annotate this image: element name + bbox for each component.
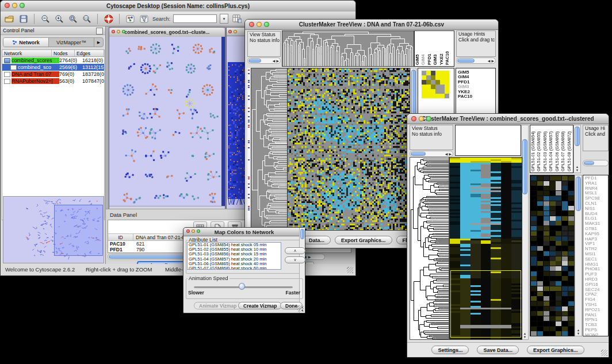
tv2-heatmap[interactable] [449, 157, 522, 340]
scroll-thumb[interactable] [457, 59, 475, 63]
scroll-arrows[interactable]: ▲▼ [574, 165, 580, 172]
network-row[interactable]: RNAPuberNov2+| 563(0) 107847(0) [2, 78, 104, 85]
network-overview-icon[interactable] [125, 14, 136, 24]
scroll-thumb[interactable] [575, 127, 580, 146]
resize-grip[interactable] [297, 305, 304, 312]
scroll-thumb[interactable] [248, 59, 261, 63]
attribute-list-scrollbar[interactable]: ▲▼ [299, 228, 305, 313]
close-button[interactable] [186, 229, 190, 233]
minimize-button[interactable] [12, 3, 17, 8]
network-row[interactable]: combined_sco 2569(6) 13112(15) [2, 64, 104, 71]
close-icon[interactable] [228, 30, 232, 33]
tv1-titlebar[interactable]: ClusterMaker TreeView : DNA and Tran 07-… [245, 20, 498, 30]
column-label[interactable]: GPL51-06 (GSM865) [554, 125, 561, 173]
zoom-button[interactable] [264, 22, 269, 27]
scroll-thumb[interactable] [411, 152, 426, 156]
scroll-thumb[interactable] [576, 177, 581, 211]
minimize-icon[interactable] [117, 30, 120, 33]
column-label[interactable]: PFD1 [427, 31, 433, 66]
tv1-heatmap[interactable] [287, 68, 410, 231]
search-dropdown-arrow[interactable]: ▼ [220, 14, 228, 24]
network-row[interactable]: DNA and Tran 07 769(0) 183728(0) [2, 71, 104, 78]
scroll-thumb[interactable] [300, 229, 304, 239]
resize-grip[interactable] [347, 267, 353, 273]
minimize-button[interactable] [419, 116, 424, 121]
column-label[interactable]: GPL51-03 (GSM856) [542, 125, 549, 173]
close-button[interactable] [5, 3, 10, 8]
tv1-button[interactable]: Data... [303, 236, 331, 244]
zoom-out-icon[interactable] [40, 14, 51, 24]
close-button[interactable] [249, 22, 254, 27]
tv1-status-scrollbar[interactable]: ◀▶ [247, 58, 281, 64]
scroll-arrows[interactable]: ◀▶ [488, 59, 494, 63]
attribute-list[interactable]: GPL51-01 (GSM854) heat shock 05 minGPL51… [187, 242, 281, 270]
filter-icon[interactable] [139, 14, 150, 24]
network-canvas[interactable] [109, 37, 225, 206]
zoom-icon[interactable] [122, 30, 125, 33]
network-vscrollbar[interactable] [221, 37, 225, 206]
column-label[interactable]: GIM4 [421, 31, 427, 66]
create-vizmap-button[interactable]: Create Vizmap [238, 302, 282, 309]
tv2-hints-scrollbar[interactable] [583, 160, 609, 166]
minimize-icon[interactable] [234, 30, 237, 33]
zoom-button[interactable] [197, 229, 200, 233]
slider-thumb[interactable] [239, 283, 245, 290]
scroll-arrows[interactable]: ◀▶ [445, 152, 452, 156]
minimize-button[interactable] [257, 22, 262, 27]
column-label[interactable]: GPL51-02 (GSM855) [537, 125, 543, 173]
column-label[interactable]: GPL51-08 (GSM872) [567, 125, 573, 173]
dialog-titlebar[interactable]: Map Colors to Network [183, 228, 305, 236]
tab-vizmapper[interactable]: VizMapper™ [49, 38, 94, 47]
zoom-button[interactable] [20, 3, 25, 8]
move-down-button[interactable]: ∨ [285, 256, 305, 263]
zoom-selected-icon[interactable] [67, 14, 78, 24]
move-up-button[interactable]: ∧ [285, 247, 305, 254]
column-label[interactable]: YKE2 [439, 31, 445, 66]
scroll-thumb[interactable] [522, 139, 527, 194]
col-network[interactable]: Network [2, 50, 52, 56]
resize-grip[interactable] [601, 350, 607, 356]
column-label[interactable]: GIM5 [415, 31, 421, 66]
dp-col-id[interactable]: ID [108, 234, 133, 240]
gene-label[interactable]: PAC10 [456, 94, 495, 99]
scroll-arrows[interactable]: ◀▶ [273, 59, 279, 63]
tv2-button[interactable]: Settings... [431, 346, 469, 354]
tv1-row-dendrogram[interactable] [251, 68, 288, 231]
tv1-column-dendrogram[interactable] [282, 30, 414, 67]
tv2-row-dendrogram[interactable] [410, 157, 449, 340]
network-overview-panel[interactable] [3, 196, 104, 263]
zoom-in-icon[interactable] [53, 14, 64, 24]
column-label[interactable]: GIM3 [433, 31, 439, 66]
zoom-fit-icon[interactable]: 1:1 [81, 14, 92, 24]
tv2-status-scrollbar[interactable]: ◀▶ [410, 151, 453, 157]
col-edges[interactable]: Edges [75, 50, 104, 56]
tv2-titlebar[interactable]: ClusterMaker TreeView : combined_scores_… [407, 114, 609, 124]
col-nodes[interactable]: Nodes [52, 50, 75, 56]
close-icon[interactable] [112, 30, 115, 33]
column-label[interactable]: GPL51-07 (GSM868) [561, 125, 567, 173]
open-file-icon[interactable] [4, 14, 15, 24]
tab-overflow-arrow[interactable]: ▶ [94, 38, 103, 47]
tv2-zoom-heatmap[interactable] [530, 175, 575, 336]
tv2-button[interactable]: Save Data... [477, 346, 519, 354]
scroll-arrows[interactable]: ▲▼ [522, 332, 528, 339]
attribute-item[interactable]: GPL51-07 (GSM868) heat shock 60 min [188, 266, 281, 270]
save-icon[interactable] [18, 14, 29, 24]
search-input[interactable] [173, 14, 217, 23]
float-panel-icon[interactable] [96, 28, 103, 35]
tv2-button[interactable]: Export Graphics... [527, 346, 584, 354]
network-frame-titlebar[interactable]: combined_scores_good.txt--cluste... [109, 28, 225, 37]
tv2-column-dendrogram-panel[interactable] [455, 125, 521, 156]
attribute-table-icon[interactable] [231, 14, 242, 24]
tv1-hints-scrollbar[interactable]: ◀▶ [456, 58, 496, 64]
column-label[interactable]: GPL51-01 (GSM854) [530, 125, 537, 173]
tv2-labels-vscrollbar[interactable]: ▲▼ [573, 125, 581, 173]
column-label[interactable]: PAC10 [445, 31, 452, 66]
help-lifering-icon[interactable] [103, 14, 114, 24]
tv1-button[interactable]: Export Graphics... [335, 236, 392, 244]
gene-label[interactable]: MON2 [583, 333, 608, 336]
tab-network[interactable]: Network [3, 38, 49, 47]
zoom-button[interactable] [426, 116, 431, 121]
animate-vizmap-button[interactable]: Animate Vizmap [194, 302, 242, 309]
tv2-zoom-vscrollbar[interactable]: ▲▼ [575, 175, 582, 336]
